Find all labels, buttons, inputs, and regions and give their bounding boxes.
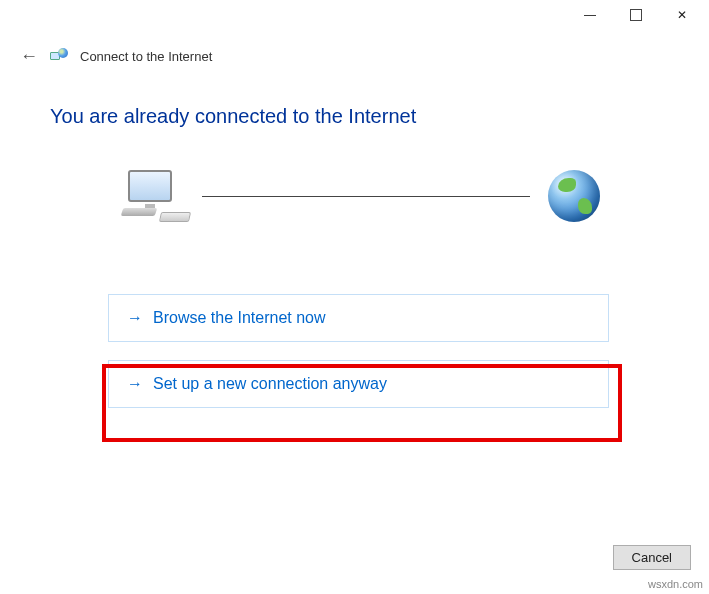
network-wizard-icon: [50, 48, 68, 66]
globe-icon: [548, 170, 600, 222]
computer-icon: [120, 168, 184, 224]
wizard-content: You are already connected to the Interne…: [0, 75, 709, 408]
option-new-connection[interactable]: → Set up a new connection anyway: [108, 360, 609, 408]
option-browse-internet[interactable]: → Browse the Internet now: [108, 294, 609, 342]
back-button[interactable]: ←: [20, 46, 38, 67]
maximize-button[interactable]: [613, 0, 659, 30]
option-label: Set up a new connection anyway: [153, 375, 387, 393]
arrow-right-icon: →: [127, 375, 143, 393]
connection-diagram: [120, 168, 600, 224]
wizard-title: Connect to the Internet: [80, 49, 212, 64]
cancel-button[interactable]: Cancel: [613, 545, 691, 570]
watermark-text: wsxdn.com: [648, 578, 703, 590]
wizard-header: ← Connect to the Internet: [0, 30, 709, 75]
options-list: → Browse the Internet now → Set up a new…: [50, 294, 669, 408]
close-button[interactable]: ✕: [659, 0, 705, 30]
window-titlebar: — ✕: [0, 0, 709, 30]
arrow-right-icon: →: [127, 309, 143, 327]
connection-line: [202, 196, 530, 197]
minimize-button[interactable]: —: [567, 0, 613, 30]
page-heading: You are already connected to the Interne…: [50, 105, 669, 128]
option-label: Browse the Internet now: [153, 309, 326, 327]
